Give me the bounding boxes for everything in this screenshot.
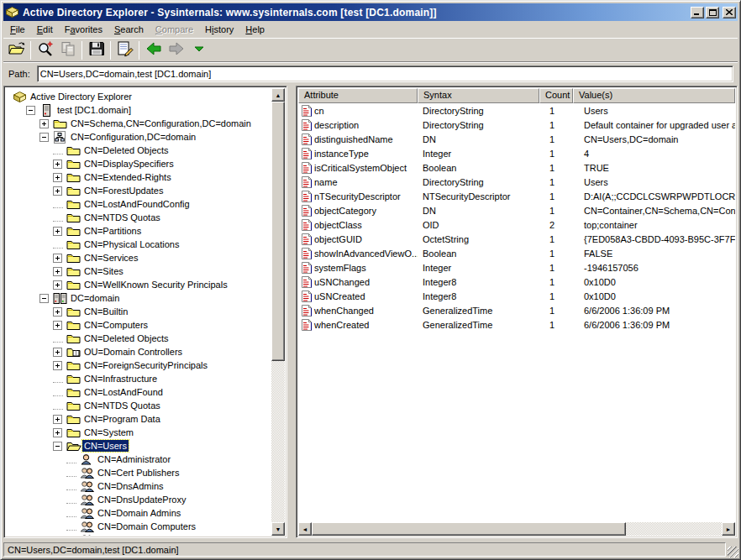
tree-item[interactable]: CN=Physical Locations: [6, 238, 271, 251]
collapse-minus-icon[interactable]: [26, 106, 35, 115]
column-header-attribute[interactable]: Attribute: [298, 88, 418, 103]
table-row[interactable]: nameDirectoryString1Users: [298, 175, 735, 189]
tree-item-label[interactable]: CN=NTDS Quotas: [82, 400, 162, 411]
collapse-minus-icon[interactable]: [39, 133, 49, 142]
scroll-left-icon[interactable]: ◄: [298, 522, 312, 536]
table-row[interactable]: whenCreatedGeneralizedTime16/6/2006 1:36…: [298, 317, 735, 332]
table-row[interactable]: distinguishedNameDN1CN=Users,DC=domain: [298, 132, 735, 146]
tree-item[interactable]: CN=Deleted Objects: [6, 144, 271, 157]
menu-item-compare[interactable]: Compare: [150, 23, 199, 37]
table-row[interactable]: cnDirectoryString1Users: [298, 103, 735, 118]
tree-item[interactable]: CN=Services: [6, 251, 271, 264]
scroll-right-icon[interactable]: ►: [722, 522, 735, 536]
tree-item-label[interactable]: CN=Deleted Objects: [82, 332, 171, 344]
tree-item-label[interactable]: CN=Infrastructure: [82, 373, 159, 385]
tree-item-label[interactable]: CN=Users: [82, 440, 129, 452]
toolbar-save-button[interactable]: [85, 39, 108, 60]
column-header-count[interactable]: Count: [539, 88, 573, 103]
expand-plus-icon[interactable]: [53, 160, 62, 169]
menu-item-favorites[interactable]: Favorites: [59, 23, 108, 37]
menu-item-history[interactable]: History: [199, 23, 239, 37]
tree-item[interactable]: CN=LostAndFoundConfig: [6, 197, 271, 211]
tree-item[interactable]: CN=Program Data: [6, 412, 271, 426]
tree-item-label[interactable]: CN=DnsUpdateProxy: [96, 494, 187, 505]
titlebar[interactable]: Active Directory Explorer - Sysinternals…: [3, 3, 738, 21]
tree-item-label[interactable]: CN=Cert Publishers: [96, 467, 181, 479]
tree-item-label[interactable]: CN=Configuration,DC=domain: [69, 131, 197, 143]
tree-item[interactable]: CN=Users: [6, 439, 271, 453]
table-row[interactable]: systemFlagsInteger1-1946157056: [298, 260, 735, 275]
menu-item-file[interactable]: File: [4, 23, 31, 37]
table-row[interactable]: objectClassOID2top;container: [298, 217, 735, 232]
table-scrollbar-thumb[interactable]: [312, 522, 626, 536]
tree-item-label[interactable]: CN=ForestUpdates: [82, 185, 165, 196]
scroll-down-icon[interactable]: ▼: [271, 522, 285, 536]
expand-plus-icon[interactable]: [53, 348, 62, 357]
tree-item-label[interactable]: CN=Builtin: [82, 306, 129, 317]
table-row[interactable]: instanceTypeInteger14: [298, 146, 735, 160]
tree-item-label[interactable]: Active Directory Explorer: [29, 91, 134, 102]
table-row[interactable]: whenChangedGeneralizedTime16/6/2006 1:36…: [298, 303, 735, 317]
tree-item[interactable]: CN=System: [6, 426, 271, 439]
expand-plus-icon[interactable]: [53, 415, 62, 424]
tree-item-label[interactable]: CN=Program Data: [82, 413, 162, 425]
tree-item[interactable]: CN=LostAndFound: [6, 385, 271, 399]
tree-item[interactable]: test [DC1.domain]: [6, 103, 271, 117]
menu-item-search[interactable]: Search: [108, 23, 150, 37]
tree-item[interactable]: CN=DnsAdmins: [6, 479, 271, 493]
tree-scrollbar-thumb[interactable]: [271, 102, 285, 361]
tree-item-label[interactable]: CN=Computers: [82, 319, 150, 331]
tree-item[interactable]: CN=NTDS Quotas: [6, 211, 271, 224]
scroll-up-icon[interactable]: ▲: [271, 88, 285, 102]
expand-plus-icon[interactable]: [53, 307, 62, 317]
tree-item-label[interactable]: CN=Services: [82, 252, 140, 264]
expand-plus-icon[interactable]: [53, 280, 62, 290]
tree-item-label[interactable]: DC=domain: [69, 292, 121, 304]
tree-item-label[interactable]: CN=Domain Controllers: [96, 534, 197, 536]
tree-item[interactable]: CN=Configuration,DC=domain: [6, 130, 271, 144]
tree-item-label[interactable]: CN=WellKnown Security Principals: [82, 279, 229, 290]
expand-plus-icon[interactable]: [39, 119, 49, 128]
toolbar-properties-button[interactable]: [113, 39, 136, 60]
tree-item-label[interactable]: CN=NTDS Quotas: [82, 212, 162, 223]
tree-item-label[interactable]: CN=ForeignSecurityPrincipals: [82, 359, 209, 371]
tree-item-label[interactable]: CN=DnsAdmins: [96, 480, 166, 492]
table-row[interactable]: isCriticalSystemObjectBoolean1TRUE: [298, 160, 735, 175]
tree-item-label[interactable]: CN=Sites: [82, 265, 125, 277]
tree-item-label[interactable]: CN=Physical Locations: [82, 238, 181, 250]
tree-item-label[interactable]: CN=LostAndFoundConfig: [82, 198, 192, 210]
collapse-minus-icon[interactable]: [39, 294, 49, 303]
tree-item[interactable]: CN=Administrator: [6, 453, 271, 466]
table-row[interactable]: nTSecurityDescriptorNTSecurityDescriptor…: [298, 189, 735, 203]
maximize-button[interactable]: [706, 7, 719, 18]
panel-splitter[interactable]: [287, 86, 296, 538]
tree-item[interactable]: CN=Cert Publishers: [6, 466, 271, 479]
table-row[interactable]: objectGUIDOctetString1{7ED058A3-CBDD-409…: [298, 232, 735, 246]
tree-item-label[interactable]: CN=System: [82, 427, 135, 438]
tree-item-label[interactable]: CN=LostAndFound: [82, 386, 165, 398]
tree-item[interactable]: Active Directory Explorer: [6, 90, 271, 103]
table-row[interactable]: uSNChangedInteger810x10D0: [298, 275, 735, 289]
close-button[interactable]: [723, 7, 736, 18]
toolbar-forward-arrow-button[interactable]: [165, 39, 187, 60]
tree-item[interactable]: CN=Schema,CN=Configuration,DC=domain: [6, 117, 271, 130]
tree-item[interactable]: DC=domain: [6, 291, 271, 305]
toolbar-back-arrow-button[interactable]: [142, 39, 165, 60]
table-row[interactable]: uSNCreatedInteger810x10D0: [298, 289, 735, 303]
tree-item-label[interactable]: CN=Administrator: [96, 453, 172, 465]
tree-item[interactable]: CN=Infrastructure: [6, 372, 271, 385]
expand-plus-icon[interactable]: [53, 428, 62, 437]
tree-item[interactable]: CN=ForeignSecurityPrincipals: [6, 359, 271, 372]
expand-plus-icon[interactable]: [53, 227, 62, 236]
tree-item[interactable]: CN=Deleted Objects: [6, 332, 271, 345]
menu-item-help[interactable]: Help: [239, 23, 271, 37]
tree-item-label[interactable]: CN=Partitions: [82, 225, 143, 237]
tree-item[interactable]: CN=DnsUpdateProxy: [6, 493, 271, 506]
tree-item[interactable]: CN=Partitions: [6, 224, 271, 238]
tree-item-label[interactable]: CN=Extended-Rights: [82, 171, 173, 183]
table-row[interactable]: showInAdvancedViewO...Boolean1FALSE: [298, 246, 735, 260]
expand-plus-icon[interactable]: [53, 321, 62, 330]
table-row[interactable]: objectCategoryDN1CN=Container,CN=Schema,…: [298, 203, 735, 217]
tree-item[interactable]: CN=Computers: [6, 318, 271, 332]
tree-item-label[interactable]: CN=Domain Computers: [96, 521, 197, 532]
